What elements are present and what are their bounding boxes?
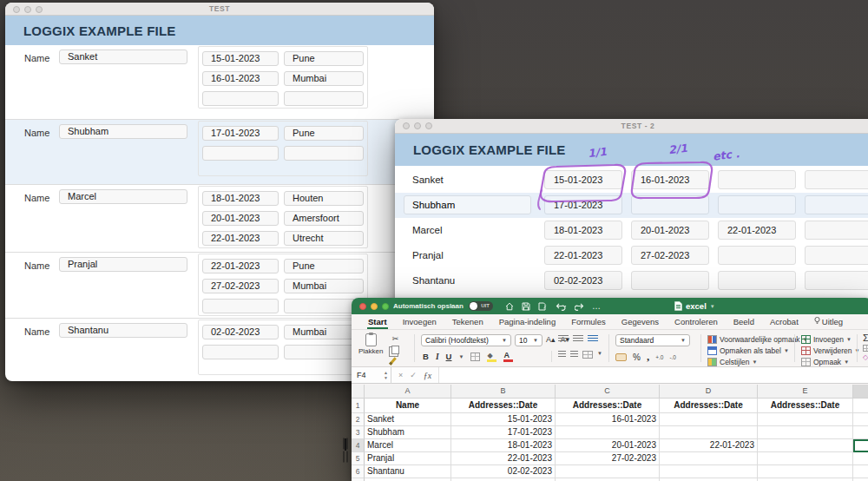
date-field[interactable]: 16-01-2023 — [631, 170, 709, 189]
fill-down-icon[interactable] — [863, 345, 868, 352]
zoom-button[interactable] — [425, 122, 432, 129]
wrap-text-icon[interactable] — [588, 335, 598, 343]
cell-d2[interactable] — [660, 413, 758, 426]
col-header-a[interactable]: A — [365, 385, 451, 399]
redo-icon[interactable] — [575, 302, 584, 311]
save-icon[interactable] — [522, 302, 530, 311]
col-header-e[interactable]: E — [758, 385, 853, 399]
percent-format-button[interactable]: % — [633, 353, 641, 362]
undo-icon[interactable] — [556, 302, 567, 311]
close-button[interactable] — [13, 6, 20, 13]
date-field[interactable] — [805, 221, 868, 240]
decrease-decimal-icon[interactable]: -.0 — [669, 354, 676, 360]
confirm-entry-icon[interactable]: ✓ — [410, 371, 417, 379]
align-top-icon[interactable] — [558, 335, 569, 343]
date-field[interactable]: 18-01-2023 — [544, 221, 622, 240]
cell-f5[interactable] — [853, 452, 868, 465]
row-header-2[interactable]: 2 — [352, 413, 365, 426]
cell-c5[interactable]: 27-02-2023 — [556, 452, 660, 465]
window-titlebar[interactable]: TEST - 2 — [395, 119, 868, 134]
cut-icon[interactable]: ✂ — [391, 334, 399, 343]
tab-formules[interactable]: Formules — [563, 314, 614, 329]
date-field[interactable] — [202, 91, 279, 106]
date-field[interactable] — [718, 246, 796, 265]
currency-format-icon[interactable] — [615, 353, 627, 361]
cell-styles-button[interactable]: Celstijlen ▼ — [707, 356, 808, 367]
date-field[interactable]: 17-01-2023 — [202, 126, 279, 141]
paste-button[interactable]: Plakken — [358, 333, 383, 355]
cell-e6[interactable] — [758, 465, 853, 478]
date-field[interactable] — [631, 271, 709, 290]
col-header-f[interactable] — [853, 385, 868, 399]
city-field[interactable] — [284, 91, 364, 106]
cell-c6[interactable] — [556, 465, 660, 478]
city-field[interactable]: Pune — [284, 126, 364, 141]
zoom-button[interactable] — [36, 6, 43, 13]
city-field[interactable]: Utrecht — [284, 231, 364, 246]
tab-start[interactable]: Start — [360, 314, 395, 329]
cell-e2[interactable] — [758, 413, 853, 426]
date-field[interactable] — [202, 299, 279, 313]
increase-font-icon[interactable]: A▴ — [546, 335, 556, 344]
minimize-button[interactable] — [371, 303, 378, 310]
name-field[interactable]: Marcel — [59, 189, 187, 204]
format-cells-button[interactable]: Opmaak ▼ — [801, 356, 859, 367]
cell-e3[interactable] — [758, 426, 853, 439]
format-painter-icon[interactable] — [389, 357, 397, 366]
date-field[interactable]: 27-02-2023 — [202, 279, 279, 293]
name-field[interactable]: Shantanu — [59, 323, 187, 338]
align-left-icon[interactable] — [558, 351, 566, 359]
cell-d3[interactable] — [660, 426, 758, 439]
cell-a6[interactable]: Shantanu — [365, 465, 451, 478]
cell-c1[interactable]: Addresses::Date — [556, 399, 660, 413]
select-all-corner[interactable] — [352, 385, 365, 399]
cell-f6[interactable] — [853, 465, 868, 478]
cell-c2[interactable]: 16-01-2023 — [556, 413, 660, 426]
city-field[interactable]: Mumbai — [284, 279, 364, 293]
row-header-1[interactable]: 1 — [352, 399, 365, 413]
date-field[interactable] — [202, 345, 279, 359]
date-field[interactable]: 22-01-2023 — [202, 231, 279, 246]
tab-acrobat[interactable]: Acrobat — [762, 314, 806, 329]
insert-cells-button[interactable]: Invoegen ▼ — [801, 333, 859, 345]
date-field[interactable]: 02-02-2023 — [544, 271, 622, 290]
col-header-b[interactable]: B — [451, 385, 556, 399]
date-field[interactable]: 15-01-2023 — [202, 51, 279, 66]
city-field[interactable]: Mumbai — [284, 71, 364, 86]
cell-e5[interactable] — [758, 452, 853, 465]
comma-format-button[interactable]: , — [647, 350, 649, 364]
city-field[interactable]: Amersfoort — [284, 211, 364, 226]
copy-icon[interactable] — [391, 346, 399, 354]
row-header-4[interactable]: 4 — [352, 439, 365, 452]
merge-center-icon[interactable] — [582, 351, 593, 359]
tab-pagina-indeling[interactable]: Pagina-indeling — [491, 314, 564, 329]
date-field[interactable]: 20-01-2023 — [202, 211, 279, 226]
cancel-entry-icon[interactable]: × — [398, 371, 403, 379]
close-button[interactable] — [403, 122, 410, 129]
cell-d1[interactable]: Addresses::Date — [660, 399, 758, 413]
tab-beeld[interactable]: Beeld — [726, 314, 762, 329]
autosum-button[interactable]: Σ — [863, 333, 868, 343]
cell-a5[interactable]: Pranjal — [365, 452, 451, 465]
name-box-stepper[interactable]: ▲▼ — [384, 370, 388, 380]
date-field[interactable] — [805, 195, 868, 214]
close-button[interactable] — [359, 303, 366, 310]
date-field[interactable] — [805, 246, 868, 265]
cell-e4[interactable] — [758, 439, 853, 452]
tab-tekenen[interactable]: Tekenen — [444, 314, 491, 329]
date-field[interactable]: 22-01-2023 — [718, 221, 796, 240]
tab-invoegen[interactable]: Invoegen — [395, 314, 444, 329]
col-header-c[interactable]: C — [556, 385, 660, 399]
cell-b1[interactable]: Addresses::Date — [451, 399, 556, 413]
fill-color-button[interactable]: ◆ — [487, 351, 496, 362]
cell-a4[interactable]: Marcel — [365, 439, 451, 452]
row-header-3[interactable]: 3 — [352, 426, 365, 439]
cell-a2[interactable]: Sanket — [365, 413, 451, 426]
name-field[interactable]: Sanket — [59, 49, 187, 64]
align-middle-icon[interactable] — [573, 335, 583, 343]
date-field[interactable]: 02-02-2023 — [202, 325, 279, 339]
date-field[interactable]: 22-01-2023 — [544, 246, 622, 265]
date-field[interactable] — [718, 195, 796, 214]
date-field[interactable] — [631, 195, 709, 214]
home-icon[interactable] — [505, 302, 514, 311]
